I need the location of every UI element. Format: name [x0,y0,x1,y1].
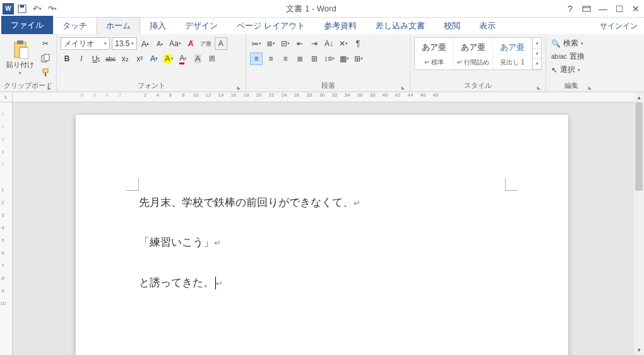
paste-button[interactable]: 貼り付け ▾ [4,37,37,76]
increase-indent-icon[interactable]: ⇥ [308,37,321,50]
sort-icon[interactable]: A↓ [323,37,335,50]
ribbon-options-icon[interactable] [581,3,592,15]
signin-link[interactable]: サインイン [593,18,644,34]
group-font: メイリオ▾ 13.5▾ A▴ A▾ Aa▾ A̸ ア亜 A B I U▾ abc… [57,34,246,92]
char-border-button[interactable]: A [215,37,227,50]
svg-rect-5 [17,40,23,44]
clear-format-icon[interactable]: A̸ [184,37,197,50]
gallery-up-icon[interactable]: ▴ [533,38,541,49]
style-name: 見出し 1 [494,58,530,67]
quick-access-toolbar: ↶▾ ↷▾ [16,3,58,15]
scroll-down-icon[interactable]: ▾ [634,345,644,355]
page[interactable]: 先月末、学校で鉄棒の前回りができなくて、↵ 「練習いこう」↵ と誘ってきた。↵ [76,115,568,355]
redo-icon[interactable]: ↷▾ [47,3,58,15]
paragraph[interactable]: と誘ってきた。↵ [139,271,505,294]
grow-font-icon[interactable]: A▴ [139,37,152,50]
underline-button[interactable]: U▾ [90,52,102,65]
style-preview: あア亜 [494,42,530,53]
align-justify-icon[interactable]: ≣ [294,52,306,65]
gallery-more-icon[interactable]: ▾ [533,59,541,69]
scroll-up-icon[interactable]: ▴ [634,92,644,102]
undo-icon[interactable]: ↶▾ [32,3,43,15]
replace-label: 置換 [569,51,585,62]
font-size-combo[interactable]: 13.5▾ [112,37,137,50]
multilevel-button[interactable]: ⊟▾ [279,37,292,50]
document-body[interactable]: 先月末、学校で鉄棒の前回りができなくて、↵ 「練習いこう」↵ と誘ってきた。↵ [139,191,505,294]
tab-insert[interactable]: 挿入 [140,17,176,34]
align-right-icon[interactable]: ≡ [279,52,292,65]
minimize-icon[interactable]: — [597,3,609,15]
formatpainter-icon[interactable] [39,66,52,79]
tab-mailings[interactable]: 差し込み文書 [366,17,434,34]
font-color-button[interactable]: A▾ [177,52,189,65]
borders-button[interactable]: ⊞▾ [352,52,365,65]
tab-review[interactable]: 校閲 [434,17,470,34]
text-effects-button[interactable]: A▾ [148,52,160,65]
tab-references[interactable]: 参考資料 [314,17,366,34]
group-label-paragraph: 段落 [250,80,406,92]
style-nospacing[interactable]: あア亜 ↵ 行間詰め [454,38,493,69]
asian-layout-button[interactable]: ✕▾ [337,37,350,50]
tab-file[interactable]: ファイル [1,16,53,34]
replace-button[interactable]: ab⁞ac置換 [550,51,586,63]
page-scroll[interactable]: 先月末、学校で鉄棒の前回りができなくて、↵ 「練習いこう」↵ と誘ってきた。↵ [13,102,634,355]
select-button[interactable]: ↖選択▾ [550,64,581,76]
find-label: 検索 [563,38,578,49]
enclose-char-button[interactable]: 囲 [206,52,218,65]
superscript-button[interactable]: x² [133,52,146,65]
change-case-button[interactable]: Aa▾ [168,37,182,50]
ruler-corner[interactable]: L [0,92,13,102]
font-name-combo[interactable]: メイリオ▾ [61,37,110,50]
scroll-track[interactable] [634,102,644,345]
highlight-button[interactable]: A▾ [162,52,175,65]
close-icon[interactable]: ✕ [630,3,641,15]
ruby-button[interactable]: ア亜 [199,37,213,50]
style-name: ↵ 行間詰め [455,58,491,67]
shrink-font-icon[interactable]: A▾ [153,37,166,50]
shading-button[interactable]: ▦▾ [338,52,350,65]
tab-design[interactable]: デザイン [176,17,227,34]
vertical-ruler[interactable]: 1234512345678910 [0,102,13,355]
tab-touch[interactable]: タッチ [53,17,97,34]
tab-view[interactable]: 表示 [470,17,505,34]
align-center-icon[interactable]: ≡ [265,52,277,65]
tab-home[interactable]: ホーム [97,17,140,34]
subscript-button[interactable]: x₂ [119,52,131,65]
italic-button[interactable]: I [75,52,88,65]
char-shade-button[interactable]: A [191,52,204,65]
numbering-button[interactable]: ≣▾ [265,37,277,50]
horizontal-ruler[interactable]: 8642246810121416182022242628303234363840… [13,92,634,102]
paragraph[interactable]: 先月末、学校で鉄棒の前回りができなくて、↵ [139,191,505,214]
show-marks-icon[interactable]: ¶ [352,37,364,50]
vertical-scrollbar[interactable]: ▴ ▾ [634,92,644,355]
line-spacing-button[interactable]: ↕≡▾ [323,52,336,65]
bold-button[interactable]: B [61,52,73,65]
tab-pagelayout[interactable]: ページ レイアウト [227,17,314,34]
save-icon[interactable] [16,3,28,15]
align-left-icon[interactable]: ≡ [250,52,263,65]
strike-button[interactable]: abc [104,52,117,65]
style-normal[interactable]: あア亜 ↵ 標準 [415,38,454,69]
paragraph[interactable]: 「練習いこう」↵ [139,231,505,254]
find-button[interactable]: 🔍検索▾ [550,37,585,49]
maximize-icon[interactable]: ☐ [614,3,625,15]
help-icon[interactable]: ? [564,3,576,15]
decrease-indent-icon[interactable]: ⇤ [294,37,306,50]
group-label-editing: 編集 [550,80,593,92]
style-preview: あア亜 [455,42,491,53]
group-label-clipboard: クリップボード [4,80,52,92]
svg-rect-9 [43,69,48,73]
scroll-thumb[interactable] [635,102,643,191]
paragraph-mark-icon: ↵ [216,279,223,288]
distributed-icon[interactable]: ⊞ [308,52,321,65]
cut-icon[interactable]: ✂ [39,37,52,50]
margin-mark-tl [126,178,139,191]
window-controls: ? — ☐ ✕ [564,3,641,15]
style-heading1[interactable]: あア亜 見出し 1 [493,38,532,69]
group-label-font: フォント [61,80,242,92]
gallery-down-icon[interactable]: ▾ [533,49,541,59]
text-run: 「練習いこう」 [139,236,214,248]
bullets-button[interactable]: ≔▾ [250,37,263,50]
paste-label: 貼り付け [6,60,34,69]
copy-icon[interactable] [39,52,52,64]
